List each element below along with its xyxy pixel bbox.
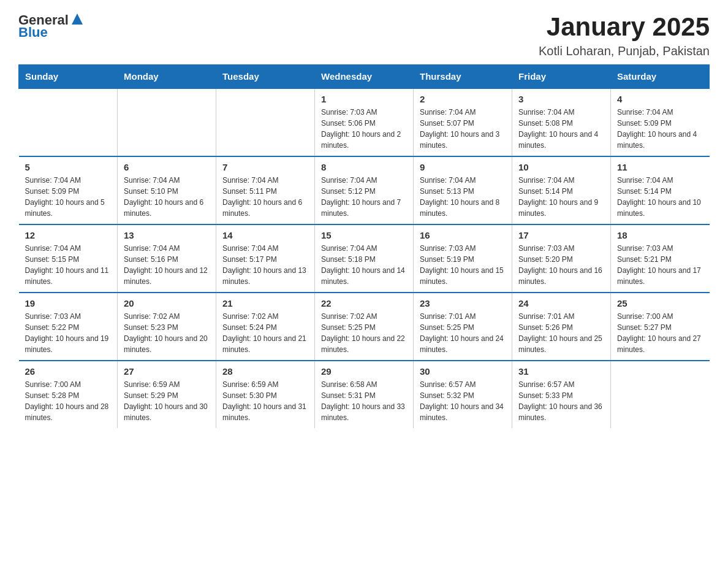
calendar-week-5: 26Sunrise: 7:00 AM Sunset: 5:28 PM Dayli… <box>19 361 710 428</box>
day-info: Sunrise: 7:04 AM Sunset: 5:09 PM Dayligh… <box>617 107 703 151</box>
calendar-cell: 22Sunrise: 7:02 AM Sunset: 5:25 PM Dayli… <box>315 293 414 361</box>
calendar-cell <box>611 361 710 428</box>
day-info: Sunrise: 7:00 AM Sunset: 5:28 PM Dayligh… <box>25 379 112 423</box>
day-number: 27 <box>124 366 210 377</box>
day-number: 22 <box>321 298 407 308</box>
day-info: Sunrise: 7:02 AM Sunset: 5:23 PM Dayligh… <box>124 311 210 355</box>
day-info: Sunrise: 6:58 AM Sunset: 5:31 PM Dayligh… <box>321 379 407 423</box>
day-number: 10 <box>518 162 604 172</box>
day-number: 28 <box>222 366 308 377</box>
calendar-cell: 3Sunrise: 7:04 AM Sunset: 5:08 PM Daylig… <box>512 88 611 156</box>
calendar-cell: 10Sunrise: 7:04 AM Sunset: 5:14 PM Dayli… <box>512 156 611 224</box>
day-number: 26 <box>25 366 112 377</box>
day-number: 31 <box>518 366 604 377</box>
day-info: Sunrise: 6:57 AM Sunset: 5:33 PM Dayligh… <box>518 379 604 423</box>
calendar-table: SundayMondayTuesdayWednesdayThursdayFrid… <box>18 64 710 428</box>
calendar-cell <box>118 88 216 156</box>
page-title: January 2025 <box>539 12 710 42</box>
calendar-cell: 26Sunrise: 7:00 AM Sunset: 5:28 PM Dayli… <box>19 361 118 428</box>
day-number: 30 <box>420 366 506 377</box>
weekday-header-tuesday: Tuesday <box>216 65 315 89</box>
day-number: 2 <box>420 94 506 104</box>
page-subtitle: Kotli Loharan, Punjab, Pakistan <box>539 44 710 58</box>
calendar-cell: 20Sunrise: 7:02 AM Sunset: 5:23 PM Dayli… <box>118 293 216 361</box>
day-number: 19 <box>25 298 112 308</box>
day-info: Sunrise: 7:04 AM Sunset: 5:11 PM Dayligh… <box>222 175 308 219</box>
calendar-cell: 27Sunrise: 6:59 AM Sunset: 5:29 PM Dayli… <box>118 361 216 428</box>
day-info: Sunrise: 7:04 AM Sunset: 5:17 PM Dayligh… <box>222 243 308 287</box>
day-number: 15 <box>321 230 407 240</box>
calendar-cell: 1Sunrise: 7:03 AM Sunset: 5:06 PM Daylig… <box>315 88 414 156</box>
day-info: Sunrise: 7:04 AM Sunset: 5:16 PM Dayligh… <box>124 243 210 287</box>
calendar-week-3: 12Sunrise: 7:04 AM Sunset: 5:15 PM Dayli… <box>19 224 710 293</box>
logo-triangle-icon <box>70 12 84 26</box>
calendar-cell <box>19 88 118 156</box>
calendar-cell: 9Sunrise: 7:04 AM Sunset: 5:13 PM Daylig… <box>414 156 512 224</box>
day-info: Sunrise: 7:04 AM Sunset: 5:08 PM Dayligh… <box>518 107 604 151</box>
calendar-header: SundayMondayTuesdayWednesdayThursdayFrid… <box>19 65 710 89</box>
calendar-cell: 16Sunrise: 7:03 AM Sunset: 5:19 PM Dayli… <box>414 224 512 293</box>
day-info: Sunrise: 6:59 AM Sunset: 5:30 PM Dayligh… <box>222 379 308 423</box>
day-number: 20 <box>124 298 210 308</box>
calendar-cell <box>216 88 315 156</box>
day-number: 23 <box>420 298 506 308</box>
day-number: 24 <box>518 298 604 308</box>
day-number: 9 <box>420 162 506 172</box>
day-number: 1 <box>321 94 407 104</box>
calendar-week-2: 5Sunrise: 7:04 AM Sunset: 5:09 PM Daylig… <box>19 156 710 224</box>
day-info: Sunrise: 7:01 AM Sunset: 5:26 PM Dayligh… <box>518 311 604 355</box>
day-info: Sunrise: 7:01 AM Sunset: 5:25 PM Dayligh… <box>420 311 506 355</box>
calendar-cell: 25Sunrise: 7:00 AM Sunset: 5:27 PM Dayli… <box>611 293 710 361</box>
weekday-header-row: SundayMondayTuesdayWednesdayThursdayFrid… <box>19 65 710 89</box>
day-info: Sunrise: 7:04 AM Sunset: 5:15 PM Dayligh… <box>25 243 112 287</box>
day-info: Sunrise: 7:03 AM Sunset: 5:06 PM Dayligh… <box>321 107 407 151</box>
day-info: Sunrise: 7:00 AM Sunset: 5:27 PM Dayligh… <box>617 311 703 355</box>
day-info: Sunrise: 7:02 AM Sunset: 5:24 PM Dayligh… <box>222 311 308 355</box>
day-info: Sunrise: 6:57 AM Sunset: 5:32 PM Dayligh… <box>420 379 506 423</box>
svg-marker-0 <box>72 13 83 25</box>
day-number: 17 <box>518 230 604 240</box>
calendar-cell: 21Sunrise: 7:02 AM Sunset: 5:24 PM Dayli… <box>216 293 315 361</box>
calendar-cell: 19Sunrise: 7:03 AM Sunset: 5:22 PM Dayli… <box>19 293 118 361</box>
day-number: 12 <box>25 230 112 240</box>
page-header: General Blue January 2025 Kotli Loharan,… <box>18 12 710 58</box>
day-number: 13 <box>124 230 210 240</box>
calendar-cell: 28Sunrise: 6:59 AM Sunset: 5:30 PM Dayli… <box>216 361 315 428</box>
calendar-cell: 5Sunrise: 7:04 AM Sunset: 5:09 PM Daylig… <box>19 156 118 224</box>
calendar-cell: 17Sunrise: 7:03 AM Sunset: 5:20 PM Dayli… <box>512 224 611 293</box>
calendar-cell: 24Sunrise: 7:01 AM Sunset: 5:26 PM Dayli… <box>512 293 611 361</box>
day-number: 3 <box>518 94 604 104</box>
day-info: Sunrise: 7:04 AM Sunset: 5:12 PM Dayligh… <box>321 175 407 219</box>
weekday-header-monday: Monday <box>118 65 216 89</box>
day-info: Sunrise: 7:03 AM Sunset: 5:19 PM Dayligh… <box>420 243 506 287</box>
day-number: 21 <box>222 298 308 308</box>
day-number: 14 <box>222 230 308 240</box>
day-number: 29 <box>321 366 407 377</box>
day-number: 6 <box>124 162 210 172</box>
day-info: Sunrise: 7:04 AM Sunset: 5:13 PM Dayligh… <box>420 175 506 219</box>
calendar-cell: 30Sunrise: 6:57 AM Sunset: 5:32 PM Dayli… <box>414 361 512 428</box>
calendar-cell: 14Sunrise: 7:04 AM Sunset: 5:17 PM Dayli… <box>216 224 315 293</box>
day-number: 18 <box>617 230 703 240</box>
calendar-cell: 8Sunrise: 7:04 AM Sunset: 5:12 PM Daylig… <box>315 156 414 224</box>
day-info: Sunrise: 7:03 AM Sunset: 5:21 PM Dayligh… <box>617 243 703 287</box>
calendar-cell: 31Sunrise: 6:57 AM Sunset: 5:33 PM Dayli… <box>512 361 611 428</box>
day-info: Sunrise: 7:03 AM Sunset: 5:20 PM Dayligh… <box>518 243 604 287</box>
day-info: Sunrise: 7:04 AM Sunset: 5:18 PM Dayligh… <box>321 243 407 287</box>
day-info: Sunrise: 7:04 AM Sunset: 5:10 PM Dayligh… <box>124 175 210 219</box>
calendar-cell: 2Sunrise: 7:04 AM Sunset: 5:07 PM Daylig… <box>414 88 512 156</box>
calendar-cell: 7Sunrise: 7:04 AM Sunset: 5:11 PM Daylig… <box>216 156 315 224</box>
calendar-cell: 4Sunrise: 7:04 AM Sunset: 5:09 PM Daylig… <box>611 88 710 156</box>
title-block: January 2025 Kotli Loharan, Punjab, Paki… <box>539 12 710 58</box>
day-number: 11 <box>617 162 703 172</box>
calendar-cell: 6Sunrise: 7:04 AM Sunset: 5:10 PM Daylig… <box>118 156 216 224</box>
calendar-cell: 13Sunrise: 7:04 AM Sunset: 5:16 PM Dayli… <box>118 224 216 293</box>
day-info: Sunrise: 7:04 AM Sunset: 5:07 PM Dayligh… <box>420 107 506 151</box>
weekday-header-thursday: Thursday <box>414 65 512 89</box>
calendar-body: 1Sunrise: 7:03 AM Sunset: 5:06 PM Daylig… <box>19 88 710 428</box>
weekday-header-saturday: Saturday <box>611 65 710 89</box>
day-number: 16 <box>420 230 506 240</box>
calendar-week-4: 19Sunrise: 7:03 AM Sunset: 5:22 PM Dayli… <box>19 293 710 361</box>
day-info: Sunrise: 7:04 AM Sunset: 5:14 PM Dayligh… <box>518 175 604 219</box>
day-info: Sunrise: 7:04 AM Sunset: 5:14 PM Dayligh… <box>617 175 703 219</box>
